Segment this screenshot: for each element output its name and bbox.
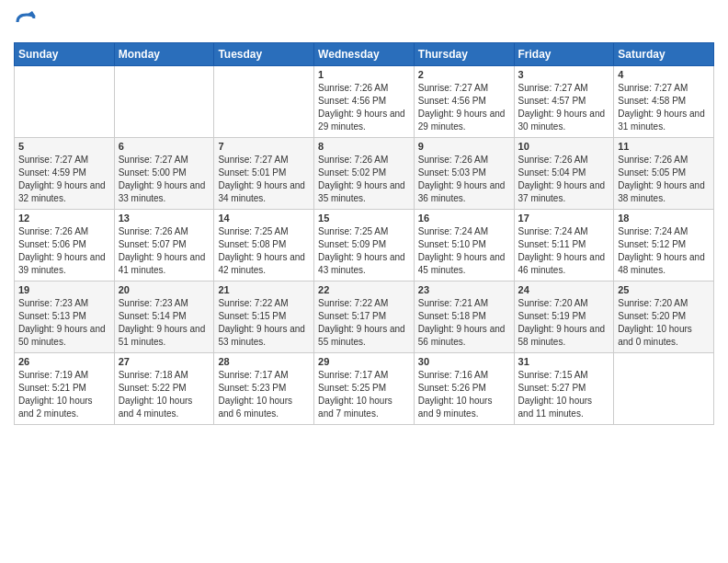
daylight-text: Daylight: 10 hours and 0 minutes. [618, 324, 692, 347]
day-number: 28 [218, 356, 310, 367]
sunrise-text: Sunrise: 7:26 AM [318, 83, 388, 93]
daylight-text: Daylight: 9 hours and 32 minutes. [18, 180, 106, 203]
weekday-header: Saturday [614, 43, 714, 66]
day-number: 17 [518, 213, 610, 224]
sunrise-text: Sunrise: 7:24 AM [418, 226, 488, 236]
sunrise-text: Sunrise: 7:27 AM [218, 155, 288, 165]
weekday-header: Sunday [15, 43, 115, 66]
day-number: 27 [119, 356, 210, 367]
sunset-text: Sunset: 5:12 PM [618, 239, 686, 249]
sunset-text: Sunset: 5:07 PM [119, 239, 187, 249]
calendar-cell: 28 Sunrise: 7:17 AM Sunset: 5:23 PM Dayl… [214, 353, 314, 425]
day-number: 11 [618, 141, 710, 152]
sunset-text: Sunset: 5:20 PM [618, 311, 686, 321]
sunset-text: Sunset: 5:06 PM [18, 239, 86, 249]
sunrise-text: Sunrise: 7:27 AM [119, 155, 188, 165]
sunset-text: Sunset: 5:23 PM [218, 383, 286, 393]
sunrise-text: Sunrise: 7:20 AM [618, 298, 688, 308]
calendar-cell: 18 Sunrise: 7:24 AM Sunset: 5:12 PM Dayl… [614, 210, 714, 282]
day-info: Sunrise: 7:26 AM Sunset: 5:04 PM Dayligh… [518, 154, 610, 205]
sunrise-text: Sunrise: 7:27 AM [518, 83, 588, 93]
day-number: 7 [218, 141, 310, 152]
sunrise-text: Sunrise: 7:19 AM [18, 370, 88, 380]
day-number: 8 [318, 141, 410, 152]
daylight-text: Daylight: 9 hours and 38 minutes. [618, 180, 705, 203]
week-row: 26 Sunrise: 7:19 AM Sunset: 5:21 PM Dayl… [15, 353, 714, 425]
calendar-cell: 2 Sunrise: 7:27 AM Sunset: 4:56 PM Dayli… [414, 66, 514, 138]
weekday-header: Wednesday [314, 43, 415, 66]
daylight-text: Daylight: 10 hours and 11 minutes. [518, 396, 593, 419]
day-info: Sunrise: 7:23 AM Sunset: 5:14 PM Dayligh… [119, 297, 210, 349]
calendar-cell [214, 66, 314, 138]
daylight-text: Daylight: 9 hours and 55 minutes. [318, 324, 405, 347]
daylight-text: Daylight: 9 hours and 29 minutes. [418, 109, 506, 132]
daylight-text: Daylight: 9 hours and 46 minutes. [518, 252, 606, 275]
sunrise-text: Sunrise: 7:23 AM [18, 298, 88, 308]
day-info: Sunrise: 7:20 AM Sunset: 5:19 PM Dayligh… [518, 297, 610, 349]
calendar-cell: 8 Sunrise: 7:26 AM Sunset: 5:02 PM Dayli… [314, 138, 415, 210]
day-number: 30 [418, 356, 510, 367]
day-info: Sunrise: 7:27 AM Sunset: 4:58 PM Dayligh… [618, 82, 710, 133]
day-info: Sunrise: 7:27 AM Sunset: 5:01 PM Dayligh… [218, 154, 310, 205]
calendar-cell: 11 Sunrise: 7:26 AM Sunset: 5:05 PM Dayl… [614, 138, 714, 210]
day-number: 26 [18, 356, 110, 367]
sunset-text: Sunset: 4:56 PM [318, 96, 386, 106]
daylight-text: Daylight: 9 hours and 33 minutes. [119, 180, 206, 203]
calendar-cell: 12 Sunrise: 7:26 AM Sunset: 5:06 PM Dayl… [15, 210, 115, 282]
sunset-text: Sunset: 4:59 PM [18, 167, 86, 178]
day-info: Sunrise: 7:25 AM Sunset: 5:09 PM Dayligh… [318, 225, 410, 277]
day-number: 15 [318, 213, 410, 224]
day-info: Sunrise: 7:22 AM Sunset: 5:15 PM Dayligh… [218, 297, 310, 349]
daylight-text: Daylight: 9 hours and 42 minutes. [218, 252, 305, 275]
day-number: 4 [618, 69, 710, 80]
sunrise-text: Sunrise: 7:22 AM [218, 298, 288, 308]
sunset-text: Sunset: 4:56 PM [418, 96, 486, 106]
day-number: 18 [618, 213, 710, 224]
sunset-text: Sunset: 5:26 PM [418, 383, 486, 393]
calendar-cell: 16 Sunrise: 7:24 AM Sunset: 5:10 PM Dayl… [414, 210, 514, 282]
sunrise-text: Sunrise: 7:17 AM [318, 370, 388, 380]
daylight-text: Daylight: 10 hours and 4 minutes. [119, 396, 193, 419]
sunrise-text: Sunrise: 7:20 AM [518, 298, 588, 308]
calendar-cell [614, 353, 714, 425]
day-number: 20 [119, 284, 210, 295]
day-number: 25 [618, 284, 710, 295]
calendar-cell: 17 Sunrise: 7:24 AM Sunset: 5:11 PM Dayl… [514, 210, 614, 282]
calendar-body: 1 Sunrise: 7:26 AM Sunset: 4:56 PM Dayli… [15, 66, 714, 425]
daylight-text: Daylight: 10 hours and 6 minutes. [218, 396, 292, 419]
day-number: 16 [418, 213, 510, 224]
day-info: Sunrise: 7:27 AM Sunset: 4:56 PM Dayligh… [418, 82, 510, 133]
day-info: Sunrise: 7:26 AM Sunset: 4:56 PM Dayligh… [318, 82, 410, 133]
daylight-text: Daylight: 10 hours and 2 minutes. [18, 396, 93, 419]
calendar-cell: 13 Sunrise: 7:26 AM Sunset: 5:07 PM Dayl… [114, 210, 214, 282]
daylight-text: Daylight: 9 hours and 50 minutes. [18, 324, 106, 347]
calendar-cell: 10 Sunrise: 7:26 AM Sunset: 5:04 PM Dayl… [514, 138, 614, 210]
sunrise-text: Sunrise: 7:26 AM [119, 226, 188, 236]
daylight-text: Daylight: 9 hours and 34 minutes. [218, 180, 305, 203]
calendar-cell [114, 66, 214, 138]
calendar-cell: 27 Sunrise: 7:18 AM Sunset: 5:22 PM Dayl… [114, 353, 214, 425]
daylight-text: Daylight: 9 hours and 30 minutes. [518, 109, 606, 132]
sunrise-text: Sunrise: 7:16 AM [418, 370, 488, 380]
calendar-cell: 25 Sunrise: 7:20 AM Sunset: 5:20 PM Dayl… [614, 282, 714, 353]
calendar-cell: 31 Sunrise: 7:15 AM Sunset: 5:27 PM Dayl… [514, 353, 614, 425]
sunset-text: Sunset: 5:11 PM [518, 239, 586, 249]
calendar-cell: 3 Sunrise: 7:27 AM Sunset: 4:57 PM Dayli… [514, 66, 614, 138]
sunset-text: Sunset: 5:27 PM [518, 383, 586, 393]
sunrise-text: Sunrise: 7:15 AM [518, 370, 588, 380]
sunset-text: Sunset: 5:05 PM [618, 167, 686, 178]
day-number: 14 [218, 213, 310, 224]
weekday-header: Monday [114, 43, 214, 66]
day-info: Sunrise: 7:26 AM Sunset: 5:06 PM Dayligh… [18, 225, 110, 277]
day-info: Sunrise: 7:20 AM Sunset: 5:20 PM Dayligh… [618, 297, 710, 349]
calendar-table: SundayMondayTuesdayWednesdayThursdayFrid… [14, 42, 714, 425]
sunrise-text: Sunrise: 7:25 AM [318, 226, 388, 236]
calendar-cell: 26 Sunrise: 7:19 AM Sunset: 5:21 PM Dayl… [15, 353, 115, 425]
sunset-text: Sunset: 5:04 PM [518, 167, 586, 178]
sunset-text: Sunset: 5:19 PM [518, 311, 586, 321]
sunset-text: Sunset: 5:18 PM [418, 311, 486, 321]
sunset-text: Sunset: 5:00 PM [119, 167, 187, 178]
weekday-row: SundayMondayTuesdayWednesdayThursdayFrid… [15, 43, 714, 66]
day-info: Sunrise: 7:25 AM Sunset: 5:08 PM Dayligh… [218, 225, 310, 277]
day-number: 2 [418, 69, 510, 80]
